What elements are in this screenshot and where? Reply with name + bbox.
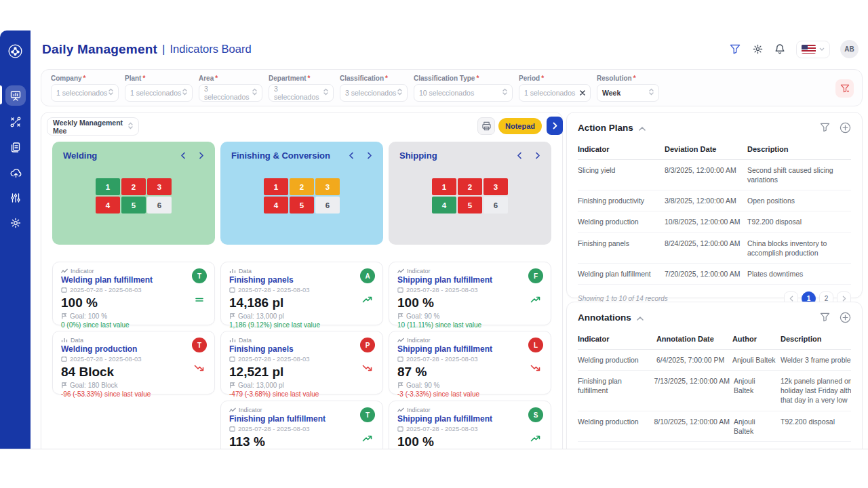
chevron-left-icon[interactable]	[517, 152, 522, 159]
table-row: Slicing yield 8/3/2025, 12:00:00 AM Seco…	[578, 160, 851, 190]
tile-1[interactable]: 1	[432, 178, 456, 195]
filter-icon[interactable]	[729, 43, 741, 56]
filter-icon[interactable]	[818, 311, 831, 323]
kpi-delta: -479 (-3.68%) since last value	[229, 390, 374, 398]
status-badge: A	[360, 268, 375, 283]
calendar-icon	[61, 287, 67, 293]
sidebar-item-settings[interactable]	[5, 213, 26, 233]
table-row: Finishing panels 8/24/2025, 12:00:00 AM …	[578, 233, 851, 264]
indicator-icon	[229, 407, 236, 413]
add-circle-icon[interactable]	[839, 311, 851, 323]
table-row: Welding production 10/8/2025, 12:00:00 A…	[578, 211, 851, 232]
tile-1[interactable]: 1	[96, 178, 120, 195]
chevron-right-icon[interactable]	[199, 152, 204, 159]
kpi-title-link[interactable]: Welding plan fulfillment	[61, 275, 206, 285]
kpi-title-link[interactable]: Shipping plan fulfillment	[397, 414, 542, 424]
chevron-up-icon[interactable]	[637, 311, 644, 323]
sidebar	[0, 30, 31, 449]
documents-icon	[9, 141, 22, 153]
tile-4[interactable]: 4	[264, 197, 288, 214]
filter-classification: Classification* 3 seleccionados	[340, 75, 408, 102]
chevron-right-icon[interactable]	[367, 152, 372, 159]
classification-type-select[interactable]: 10 seleccionados	[414, 84, 513, 102]
sidebar-item-sliders[interactable]	[5, 188, 26, 208]
column-header: Description	[747, 144, 851, 155]
section-title: Shipping	[399, 150, 437, 161]
kpi-title-link[interactable]: Finishing plan fulfillment	[229, 414, 374, 424]
table-row: Finishing plan fulfillment 7/13/2025, 12…	[578, 371, 851, 411]
meeting-selector[interactable]: Weekly Management Mee	[47, 117, 139, 136]
chevron-up-icon[interactable]	[639, 121, 646, 134]
classification-select[interactable]: 3 seleccionados	[340, 84, 408, 102]
area-select[interactable]: 3 seleccionados	[199, 84, 262, 102]
filter-bar: Company* 1 seleccionados Plant* 1 selecc…	[41, 69, 863, 106]
kpi-title-link[interactable]: Finishing panels	[229, 275, 374, 285]
tile-3[interactable]: 3	[484, 178, 508, 195]
filter-icon[interactable]	[818, 121, 831, 134]
sidebar-item-documents[interactable]	[5, 137, 26, 157]
filter-classification-type: Classification Type* 10 seleccionados	[414, 75, 513, 102]
chevron-right-icon[interactable]	[535, 152, 540, 159]
column-header: Indicator	[578, 334, 656, 344]
tile-6[interactable]: 6	[315, 197, 340, 214]
column-header: Deviation Date	[665, 144, 747, 155]
gear-icon[interactable]	[751, 43, 764, 56]
tile-3[interactable]: 3	[147, 178, 172, 195]
tile-5[interactable]: 5	[290, 197, 314, 214]
kpi-value: 12,521 pl	[229, 365, 374, 380]
sidebar-item-strategy[interactable]	[5, 112, 26, 132]
app-logo-icon[interactable]	[7, 43, 24, 60]
kpi-title-link[interactable]: Shipping plan fulfillment	[397, 275, 542, 285]
tile-2[interactable]: 2	[290, 178, 314, 195]
tile-4[interactable]: 4	[96, 197, 120, 214]
tile-3[interactable]: 3	[315, 178, 340, 195]
add-circle-icon[interactable]	[839, 121, 851, 134]
board-next-button[interactable]	[547, 117, 563, 135]
kpi-title-link[interactable]: Shipping plan fulfillment	[397, 344, 542, 354]
language-selector[interactable]	[796, 41, 830, 58]
chevron-left-icon[interactable]	[180, 152, 186, 159]
tile-5[interactable]: 5	[121, 197, 146, 214]
sidebar-item-cloud-upload[interactable]	[5, 163, 26, 183]
tile-5[interactable]: 5	[458, 197, 482, 214]
calendar-icon	[397, 426, 403, 432]
indicator-icon	[397, 407, 404, 413]
kpi-title-link[interactable]: Welding production	[61, 344, 206, 354]
notepad-button[interactable]: Notepad	[498, 118, 542, 134]
trend-down-icon	[362, 363, 374, 373]
resolution-select[interactable]: Week	[597, 84, 659, 102]
tile-6[interactable]: 6	[484, 197, 508, 214]
filter-resolution: Resolution* Week	[597, 75, 659, 102]
sliders-icon	[9, 192, 22, 204]
period-select[interactable]: 1 seleccionados	[519, 84, 591, 102]
kpi-card: Data Finishing panels 2025-07-28 - 2025-…	[220, 262, 383, 325]
tile-2[interactable]: 2	[458, 178, 482, 195]
filter-reset-button[interactable]	[835, 79, 854, 98]
goal-flag-icon	[61, 382, 67, 388]
print-button[interactable]	[477, 117, 495, 135]
action-plans-table: Indicator Deviation Date Description Sli…	[578, 141, 851, 285]
kpi-card: Indicator Welding plan fulfillment 2025-…	[52, 262, 215, 325]
user-avatar[interactable]: AB	[840, 40, 859, 58]
status-badge: T	[192, 268, 207, 283]
clear-period-icon[interactable]	[580, 89, 585, 97]
department-select[interactable]: 3 seleccionados	[269, 84, 334, 102]
chevron-left-icon[interactable]	[349, 152, 354, 159]
calendar-icon	[229, 426, 235, 432]
tile-1[interactable]: 1	[264, 178, 288, 195]
tile-2[interactable]: 2	[121, 178, 146, 195]
kpi-title-link[interactable]: Finishing panels	[229, 344, 374, 354]
table-row: Welding production 8/10/2025, 12:00:00 A…	[578, 411, 851, 442]
plant-select[interactable]: 1 seleccionados	[125, 84, 193, 102]
active-item-indicator	[0, 85, 2, 104]
company-select[interactable]: 1 seleccionados	[51, 84, 119, 102]
sidebar-item-board[interactable]	[5, 85, 26, 106]
kpi-delta: 1,186 (9.12%) since last value	[229, 321, 374, 329]
tile-6[interactable]: 6	[147, 197, 172, 214]
filter-company: Company* 1 seleccionados	[51, 75, 119, 102]
kpi-delta: 0 (0%) since last value	[61, 321, 206, 329]
trend-up-icon	[530, 433, 542, 443]
tile-4[interactable]: 4	[432, 197, 456, 214]
indicator-icon	[397, 338, 404, 343]
bell-icon[interactable]	[774, 43, 786, 56]
